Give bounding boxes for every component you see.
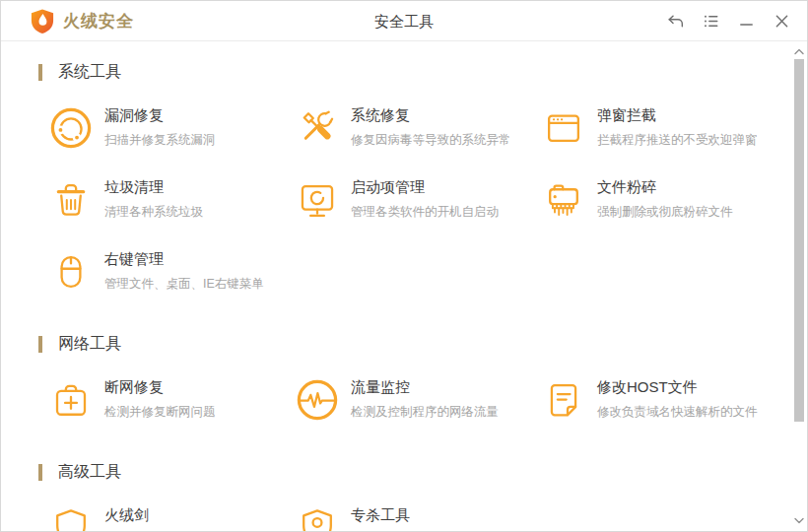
tool-item[interactable]: 专杀工具 (295, 505, 541, 531)
tool-title: 火绒剑 (104, 506, 149, 525)
tool-item[interactable]: 右键管理 管理文件、桌面、IE右键菜单 (48, 249, 295, 295)
shield-sword-icon (48, 505, 94, 531)
tool-description: 强制删除或彻底粉碎文件 (597, 204, 733, 221)
menu-button[interactable] (693, 1, 728, 41)
section-label: 高级工具 (58, 462, 121, 483)
tool-description: 检测及控制程序的网络流量 (351, 404, 499, 421)
tools-grid: 漏洞修复 扫描并修复系统漏洞 系统修复 修复因病毒等导致的系统异常 弹窗拦截 拦… (1, 105, 807, 295)
tools-grid: 火绒剑 专杀工具 (1, 505, 807, 531)
tool-item[interactable]: 火绒剑 (48, 505, 295, 531)
tool-description: 修复因病毒等导致的系统异常 (351, 132, 511, 149)
close-button[interactable] (764, 1, 799, 41)
scroll-down-button[interactable] (792, 514, 806, 526)
host-file-icon (541, 377, 586, 423)
tools-scroll-area: 系统工具 漏洞修复 扫描并修复系统漏洞 系统修复 修复因病毒等导致的系统异常 弹… (1, 42, 807, 531)
popup-window-icon (541, 105, 586, 151)
chevron-up-icon (793, 42, 805, 60)
tool-section: 系统工具 漏洞修复 扫描并修复系统漏洞 系统修复 修复因病毒等导致的系统异常 弹… (1, 62, 807, 295)
tool-description: 检测并修复断网问题 (104, 404, 216, 421)
tool-title: 修改HOST文件 (597, 378, 758, 397)
section-header: 网络工具 (1, 334, 807, 354)
vulnerability-patch-icon (48, 105, 94, 151)
shield-scan-icon (295, 505, 340, 531)
minimize-button[interactable] (728, 1, 764, 41)
medkit-icon (48, 377, 94, 423)
tool-item[interactable]: 流量监控 检测及控制程序的网络流量 (295, 377, 541, 423)
minimize-icon (737, 12, 756, 31)
tool-description: 清理各种系统垃圾 (104, 204, 203, 221)
window-controls (657, 1, 799, 41)
tool-item[interactable]: 修改HOST文件 修改负责域名快速解析的文件 (541, 377, 787, 423)
tool-title: 垃圾清理 (104, 178, 203, 197)
tools-grid: 断网修复 检测并修复断网问题 流量监控 检测及控制程序的网络流量 修改HOST文… (1, 377, 807, 423)
tool-title: 系统修复 (351, 106, 511, 125)
tool-section: 网络工具 断网修复 检测并修复断网问题 流量监控 检测及控制程序的网络流量 修改… (1, 334, 807, 423)
app-name: 火绒安全 (63, 10, 134, 33)
tool-title: 文件粉碎 (597, 178, 733, 197)
undo-arrow-icon (666, 12, 685, 31)
app-brand: 火绒安全 (31, 1, 134, 41)
tool-title: 专杀工具 (351, 506, 410, 525)
tool-item[interactable]: 启动项管理 管理各类软件的开机自启动 (295, 177, 541, 223)
tool-title: 漏洞修复 (104, 106, 216, 125)
section-label: 系统工具 (58, 62, 121, 83)
tool-description: 扫描并修复系统漏洞 (104, 132, 216, 149)
tool-description: 修改负责域名快速解析的文件 (597, 404, 758, 421)
app-window: 火绒安全 安全工具 (0, 0, 808, 532)
tool-item[interactable]: 文件粉碎 强制删除或彻底粉碎文件 (541, 177, 787, 223)
tool-section: 高级工具 火绒剑 专杀工具 (1, 462, 807, 531)
section-header: 高级工具 (1, 462, 807, 482)
section-accent-bar (38, 64, 42, 81)
tool-description: 管理各类软件的开机自启动 (351, 204, 499, 221)
scroll-up-button[interactable] (792, 45, 806, 57)
repair-tools-icon (295, 105, 340, 151)
pulse-circle-icon (295, 377, 340, 423)
monitor-startup-icon (295, 177, 340, 223)
list-menu-icon (702, 12, 720, 31)
tool-title: 右键管理 (104, 250, 264, 269)
tool-description: 管理文件、桌面、IE右键菜单 (104, 276, 264, 293)
tool-item[interactable]: 弹窗拦截 拦截程序推送的不受欢迎弹窗 (541, 105, 787, 151)
section-header: 系统工具 (1, 62, 807, 82)
shredder-icon (541, 177, 586, 223)
tool-title: 弹窗拦截 (597, 106, 758, 125)
back-button[interactable] (657, 1, 693, 41)
section-label: 网络工具 (58, 334, 121, 355)
tool-title: 流量监控 (351, 378, 499, 397)
section-accent-bar (38, 336, 42, 353)
tool-item[interactable]: 漏洞修复 扫描并修复系统漏洞 (48, 105, 295, 151)
trash-icon (48, 177, 94, 223)
tool-title: 启动项管理 (351, 178, 499, 197)
scrollbar[interactable] (792, 42, 806, 530)
tool-item[interactable]: 断网修复 检测并修复断网问题 (48, 377, 295, 423)
section-accent-bar (38, 464, 42, 481)
tool-item[interactable]: 垃圾清理 清理各种系统垃圾 (48, 177, 295, 223)
chevron-down-icon (793, 511, 805, 529)
tool-description: 拦截程序推送的不受欢迎弹窗 (597, 132, 758, 149)
tool-title: 断网修复 (104, 378, 216, 397)
tool-item[interactable]: 系统修复 修复因病毒等导致的系统异常 (295, 105, 541, 151)
titlebar: 火绒安全 安全工具 (1, 1, 807, 41)
mouse-icon (48, 249, 94, 295)
scrollbar-thumb[interactable] (794, 59, 804, 422)
huorong-shield-logo-icon (31, 8, 54, 34)
close-icon (773, 12, 791, 31)
